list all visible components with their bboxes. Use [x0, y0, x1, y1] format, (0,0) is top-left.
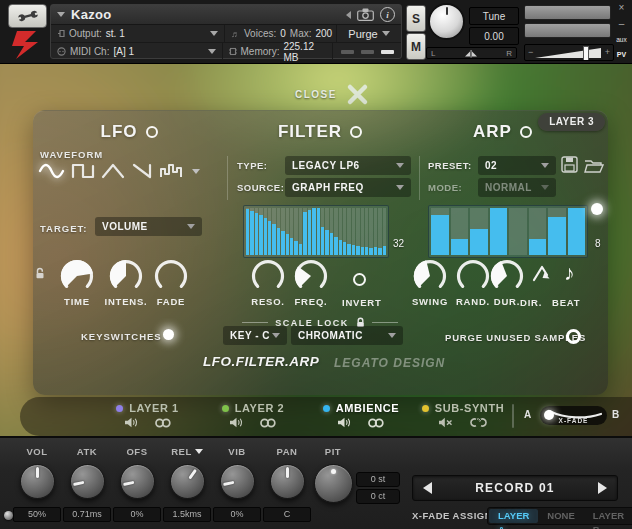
aux-button[interactable]: aux [613, 37, 630, 44]
filter-enable-toggle[interactable] [350, 126, 362, 138]
pitch-semitones-box[interactable]: 0 st [356, 472, 400, 487]
lfo-enable-toggle[interactable] [146, 126, 158, 138]
lfo-unlock-icon[interactable] [35, 267, 45, 279]
intensity-knob[interactable] [107, 257, 145, 295]
graph-step-bar[interactable] [343, 208, 346, 255]
graph-step-bar[interactable] [330, 208, 333, 255]
atk-value[interactable]: 0.71ms [63, 507, 111, 522]
xfade-assign-none[interactable]: NONE [538, 509, 583, 523]
invert-toggle[interactable] [353, 273, 366, 286]
graph-step-bar[interactable] [303, 208, 306, 255]
graph-step-bar[interactable] [490, 208, 508, 255]
graph-step-bar[interactable] [286, 208, 289, 255]
filter-type-dropdown[interactable]: LEGACY LP6 [285, 156, 411, 175]
link-icon[interactable] [154, 418, 172, 428]
graph-step-bar[interactable] [339, 208, 342, 255]
arp-mode-dropdown[interactable]: NORMAL [478, 178, 556, 197]
graph-step-bar[interactable] [325, 208, 328, 255]
filter-source-dropdown[interactable]: GRAPH FREQ [285, 178, 411, 197]
muted-speaker-icon[interactable] [438, 417, 453, 428]
purge-unused-button[interactable] [566, 329, 581, 344]
random-wave-icon[interactable] [159, 161, 183, 181]
scroll-left-icon[interactable] [346, 11, 351, 19]
ofs-knob[interactable] [120, 464, 155, 499]
arp-graph-indicator[interactable] [591, 203, 603, 215]
rel-value[interactable]: 1.5kms [163, 507, 211, 522]
keyswitches-toggle[interactable] [163, 329, 174, 340]
graph-step-bar[interactable] [294, 208, 297, 255]
pit-knob[interactable] [314, 464, 353, 503]
tab-layer-1[interactable]: LAYER 1 [90, 402, 205, 428]
tab-sub-synth[interactable]: SUB-SYNTH [408, 402, 518, 428]
sine-wave-icon[interactable] [38, 161, 65, 181]
time-knob[interactable] [58, 257, 96, 295]
graph-step-bar[interactable] [281, 208, 284, 255]
solo-button[interactable]: S [406, 5, 426, 32]
graph-step-bar[interactable] [365, 208, 368, 255]
record-name[interactable]: RECORD 01 [432, 481, 598, 495]
graph-step-bar[interactable] [361, 208, 364, 255]
broken-link-icon[interactable] [469, 417, 488, 428]
lfo-target-dropdown[interactable]: VOLUME [95, 217, 202, 236]
vib-knob[interactable] [220, 464, 255, 499]
pv-button[interactable]: PV [613, 51, 630, 58]
xfade-slider[interactable]: X-FADE [540, 406, 607, 425]
tune-value-box[interactable]: 0.00 [469, 27, 519, 45]
link-icon[interactable] [259, 418, 277, 428]
graph-step-bar[interactable] [308, 208, 311, 255]
pan-slider[interactable]: L R [426, 47, 517, 59]
graph-step-bar[interactable] [451, 208, 469, 255]
waveform-dropdown-icon[interactable] [192, 169, 200, 174]
graph-step-bar[interactable] [272, 208, 275, 255]
vib-value[interactable]: 0% [213, 507, 261, 522]
graph-step-bar[interactable] [529, 208, 547, 255]
beat-note-icon[interactable]: ♪ [564, 261, 575, 285]
save-preset-icon[interactable] [561, 156, 578, 173]
arp-preset-dropdown[interactable]: 02 [478, 156, 556, 175]
graph-step-bar[interactable] [369, 208, 372, 255]
minimize-instrument-button[interactable]: – [613, 19, 630, 29]
graph-step-bar[interactable] [356, 208, 359, 255]
output-dropdown-icon[interactable] [210, 31, 218, 36]
link-icon[interactable] [367, 418, 385, 428]
arp-step-graph[interactable] [428, 205, 588, 258]
graph-step-bar[interactable] [264, 208, 267, 255]
volume-plus[interactable]: + [605, 47, 610, 57]
graph-step-bar[interactable] [509, 208, 527, 255]
rel-knob[interactable] [170, 464, 205, 499]
graph-step-bar[interactable] [277, 208, 280, 255]
graph-step-bar[interactable] [548, 208, 566, 255]
fade-knob[interactable] [152, 257, 190, 295]
graph-step-bar[interactable] [246, 208, 249, 255]
xfade-assign-layer-a[interactable]: LAYER A [489, 509, 538, 523]
rel-dropdown-icon[interactable] [195, 449, 203, 454]
next-record-arrow-icon[interactable] [598, 482, 607, 494]
xfade-assign-layer-b[interactable]: LAYER B [584, 509, 632, 523]
graph-step-bar[interactable] [312, 208, 315, 255]
key-dropdown[interactable]: KEY - C [223, 326, 287, 345]
info-icon[interactable]: i [380, 7, 395, 22]
graph-step-bar[interactable] [259, 208, 262, 255]
close-overlay-button[interactable]: CLOSE [295, 83, 369, 106]
ofs-value[interactable]: 0% [113, 507, 161, 522]
edit-wrench-button[interactable] [8, 4, 47, 28]
speaker-icon[interactable] [337, 417, 351, 428]
scale-dropdown[interactable]: CHROMATIC [291, 326, 403, 345]
graph-step-bar[interactable] [299, 208, 302, 255]
tab-layer-2[interactable]: LAYER 2 [198, 402, 308, 428]
duration-knob[interactable] [488, 257, 526, 295]
volume-slider[interactable]: − + [524, 44, 614, 61]
swing-knob[interactable] [411, 257, 449, 295]
graph-step-bar[interactable] [470, 208, 488, 255]
graph-step-bar[interactable] [334, 208, 337, 255]
pitch-cents-box[interactable]: 0 ct [356, 489, 400, 504]
collapse-arrow-icon[interactable] [57, 12, 65, 17]
graph-step-bar[interactable] [268, 208, 271, 255]
graph-step-bar[interactable] [250, 208, 253, 255]
tab-ambience[interactable]: AMBIENCE [305, 402, 417, 428]
graph-step-bar[interactable] [255, 208, 258, 255]
load-preset-folder-icon[interactable] [584, 157, 604, 173]
filter-step-graph[interactable] [243, 205, 389, 258]
graph-step-bar[interactable] [352, 208, 355, 255]
pan-value[interactable]: C [263, 507, 311, 522]
